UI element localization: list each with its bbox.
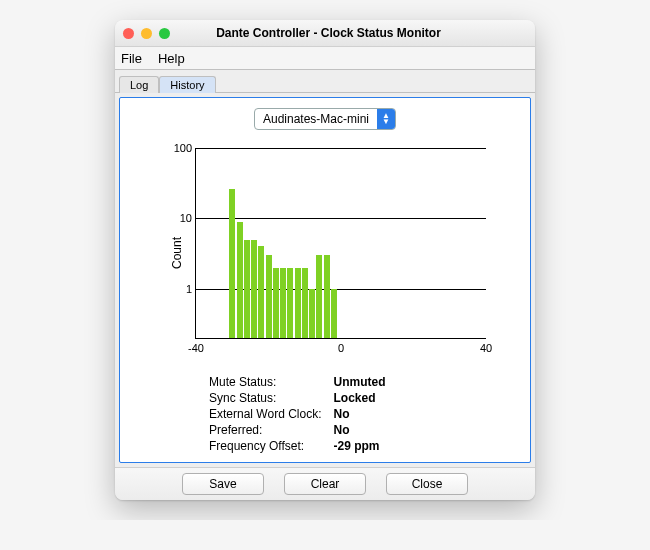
status-value: No	[325, 406, 389, 422]
status-label: Preferred:	[205, 422, 325, 438]
menu-file[interactable]: File	[121, 51, 142, 66]
window-title: Dante Controller - Clock Status Monitor	[130, 26, 527, 40]
status-value: -29 ppm	[325, 438, 389, 454]
y-tick-label: 10	[180, 212, 192, 224]
histogram-bar	[258, 246, 264, 338]
histogram-bar	[244, 240, 250, 338]
status-label: Frequency Offset:	[205, 438, 325, 454]
histogram-bar	[331, 289, 337, 338]
histogram-bar	[273, 268, 279, 338]
menubar: File Help	[115, 47, 535, 70]
histogram-bar	[237, 222, 243, 338]
status-value: Locked	[325, 390, 389, 406]
histogram-chart: Count 110100-40040	[155, 138, 495, 368]
gridline	[196, 218, 486, 219]
status-row-ext: External Word Clock: No	[205, 406, 389, 422]
content: Audinates-Mac-mini ▲▼ Count 110100-40040…	[115, 93, 535, 467]
x-tick-label: 0	[338, 342, 344, 354]
menu-help[interactable]: Help	[158, 51, 185, 66]
histogram-bar	[287, 268, 293, 338]
titlebar: Dante Controller - Clock Status Monitor	[115, 20, 535, 47]
status-row-freq: Frequency Offset: -29 ppm	[205, 438, 389, 454]
histogram-bar	[302, 268, 308, 338]
status-value: No	[325, 422, 389, 438]
dropdown-caret-icon: ▲▼	[377, 109, 395, 129]
gridline	[196, 148, 486, 149]
histogram-bar	[251, 240, 257, 338]
status-value: Unmuted	[325, 374, 389, 390]
close-button[interactable]: Close	[386, 473, 468, 495]
save-button[interactable]: Save	[182, 473, 264, 495]
histogram-bar	[295, 268, 301, 338]
status-label: Mute Status:	[205, 374, 325, 390]
status-row-sync: Sync Status: Locked	[205, 390, 389, 406]
histogram-bar	[266, 255, 272, 338]
x-tick-label: -40	[188, 342, 204, 354]
device-selector[interactable]: Audinates-Mac-mini ▲▼	[254, 108, 396, 130]
y-axis-label: Count	[170, 237, 184, 269]
histogram-bar	[309, 289, 315, 338]
status-block: Mute Status: Unmuted Sync Status: Locked…	[205, 374, 445, 454]
histogram-bar	[280, 268, 286, 338]
history-panel: Audinates-Mac-mini ▲▼ Count 110100-40040…	[119, 97, 531, 463]
tab-history[interactable]: History	[159, 76, 215, 93]
x-tick-label: 40	[480, 342, 492, 354]
clear-button[interactable]: Clear	[284, 473, 366, 495]
y-tick-label: 1	[186, 283, 192, 295]
histogram-bar	[229, 189, 235, 338]
status-row-pref: Preferred: No	[205, 422, 389, 438]
histogram-bar	[324, 255, 330, 338]
y-tick-label: 100	[174, 142, 192, 154]
device-selector-label: Audinates-Mac-mini	[255, 112, 377, 126]
chart-wrap: Count 110100-40040	[128, 138, 522, 368]
histogram-bar	[316, 255, 322, 338]
status-label: External Word Clock:	[205, 406, 325, 422]
status-label: Sync Status:	[205, 390, 325, 406]
tab-log[interactable]: Log	[119, 76, 159, 93]
device-row: Audinates-Mac-mini ▲▼	[128, 108, 522, 130]
plot-area: 110100-40040	[195, 148, 486, 339]
status-row-mute: Mute Status: Unmuted	[205, 374, 389, 390]
tabbar: Log History	[115, 70, 535, 93]
button-bar: Save Clear Close	[115, 467, 535, 500]
app-window: Dante Controller - Clock Status Monitor …	[115, 20, 535, 500]
